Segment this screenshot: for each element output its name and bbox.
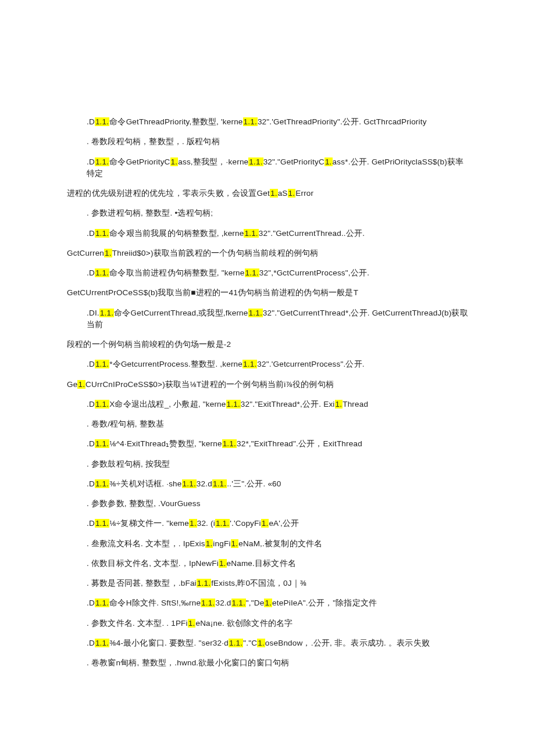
highlight-span: 1.	[188, 619, 196, 628]
doc-line: 段程的一个例句柄当前竣程的伪句场一般是-2	[67, 339, 468, 350]
highlight-span: 1.	[77, 380, 85, 389]
doc-line: . 参数文件名. 文本型. . 1PFi1.eNa¡ne. 欲创除文件的名字	[67, 618, 468, 629]
highlight-span: 1.1.	[222, 439, 237, 448]
doc-line: .D1.1.命令GetThreadPriority,整数型, 'kerne1.1…	[67, 116, 468, 128]
doc-line: .D1.1.*令GetcurrentProcess.整数型. ,kerne1.1…	[67, 359, 468, 370]
highlight-span: 1.1.	[95, 519, 109, 528]
doc-line: .D1.1.命令艰当前我展的句柄整数型, ,kerne1.1.32"."GetC…	[67, 228, 468, 239]
doc-line: GctCurren1.Threiid$0>)获取当前践程的一个伪句柄当前歧程的例…	[67, 248, 468, 259]
highlight-span: 1.	[264, 599, 272, 607]
doc-line: .D1.1.⅛^4·ExitThread₁赞数型, "kerne1.1.32*,…	[67, 438, 468, 450]
highlight-span: 1.	[170, 157, 179, 166]
doc-line: .D1.1.命令GetPriorityC1.ass,整我型，·kerne1.1.…	[67, 156, 468, 180]
doc-line: . 卷数段程句柄，整数型，. 版程句柄	[67, 136, 468, 148]
doc-line: . 叁敷流文科名. 文本型，. IpExis1.ingFi1.eNaM,.被复制…	[67, 538, 468, 550]
highlight-span: 1.1.	[245, 268, 259, 277]
highlight-span: 1.1.	[212, 479, 227, 488]
highlight-span: 1.1.	[248, 309, 263, 317]
highlight-span: 1.	[219, 559, 227, 568]
highlight-span: 1.	[231, 539, 239, 548]
highlight-span: 1.1.	[95, 639, 109, 647]
doc-line: . 参数参数, 整数型, .VourGuess	[67, 498, 468, 510]
highlight-span: 1.1.	[95, 360, 109, 368]
highlight-span: 1.1.	[95, 599, 109, 607]
highlight-span: 1.1.	[243, 117, 258, 126]
doc-line: Ge1.CUrrCnIProCeSS$0>)获取当⅛T进程的一个例句柄当前i⅞役…	[67, 379, 468, 390]
highlight-span: 1.1.	[226, 400, 241, 409]
highlight-span: 1.	[270, 189, 278, 198]
doc-line: .D1.1.⅜4-最小化窗口. 要数型. "ser32·d1.1."."C1.o…	[67, 637, 468, 649]
highlight-span: 1.1.	[242, 360, 257, 368]
highlight-span: 1.	[261, 519, 269, 528]
highlight-span: 1.1.	[95, 400, 109, 409]
doc-line: .D1.1.X命令退出战程_, 小敷超, "kerne1.1.32"."Exit…	[67, 399, 468, 410]
highlight-span: 1.1.	[95, 268, 109, 277]
highlight-span: 1.1.	[229, 639, 243, 647]
highlight-span: 1.1.	[95, 157, 109, 166]
doc-line: . 参数进程句柄, 整数型. •选程句柄;	[67, 207, 468, 219]
doc-line: . 依数目标文件名, 文本型.，IpNewFi1.eName.目标文件名	[67, 558, 468, 569]
doc-line: . 参数鼓程句柄, 按我型	[67, 458, 468, 470]
highlight-span: 1.	[257, 639, 265, 647]
highlight-span: 1.	[104, 249, 112, 257]
highlight-span: 1.	[324, 157, 333, 166]
highlight-span: 1.1.	[244, 229, 258, 238]
doc-line: . 募数是否同甚, 整数型，.bFai1.1.fExists,昨0不国流，0J｜…	[67, 578, 468, 589]
highlight-span: 1.	[288, 189, 296, 198]
doc-line: GetCUrrentPrOCeSS$(b)我取当前■进程的一41伪句柄当前进程的…	[67, 287, 468, 299]
highlight-span: 1.1.	[201, 599, 215, 607]
doc-line: 进程的优先级别进程的优先垃，零表示失败，会设置Get1.aS1.Error	[67, 188, 468, 199]
highlight-span: 1.1.	[99, 309, 114, 317]
highlight-span: 1.1.	[197, 579, 211, 587]
doc-line: .D1.1.⅜÷关机对话框. ·she1.1.32.d1.1...'三".公开.…	[67, 478, 468, 490]
highlight-span: 1.	[205, 539, 213, 548]
doc-line: .D1.1.命令取当前进程伪句柄整数型, "kerne1.1.32",*GctC…	[67, 267, 468, 279]
doc-line: .D1.1.⅛÷复梯文件一. "keme1.32. (i1.1.'.'CopyF…	[67, 518, 468, 529]
document-page: .D1.1.命令GetThreadPriority,整数型, 'kerne1.1…	[0, 0, 535, 712]
highlight-span: 1.1.	[95, 439, 109, 448]
highlight-span: 1.1.	[231, 599, 246, 607]
highlight-span: 1.1.	[95, 117, 109, 126]
doc-line: . 卷数/程句柄, 整数基	[67, 418, 468, 430]
highlight-span: 1.1.	[95, 479, 109, 488]
doc-line: .DI.1.1.命令GetCurrentThread,或我型,fkerne1.1…	[67, 307, 468, 331]
highlight-span: 1.1.	[95, 229, 109, 238]
doc-line: . 卷教窗n甸柄, 整数型，.hwnd.欲最小化窗口的窗口句柄	[67, 657, 468, 669]
highlight-span: 1.	[335, 400, 343, 409]
highlight-span: 1.1.	[248, 157, 263, 166]
highlight-span: 1.1.	[182, 479, 197, 488]
doc-line: .D1.1.命令H除文件. SftS!,‰rne1.1.32.d1.1.","D…	[67, 597, 468, 609]
highlight-span: 1.1.	[215, 519, 230, 528]
highlight-span: 1.	[189, 519, 197, 528]
